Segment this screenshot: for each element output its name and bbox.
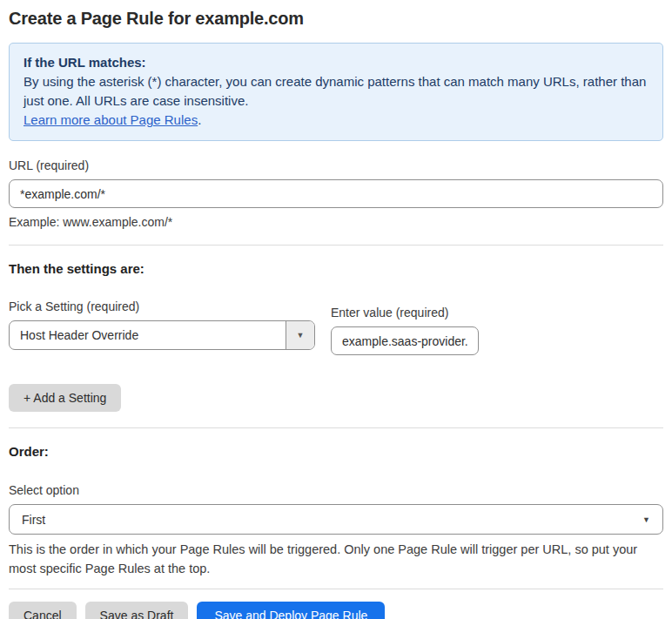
link-period: . [198, 112, 201, 127]
enter-value-label: Enter value (required) [331, 306, 479, 320]
save-and-deploy-button[interactable]: Save and Deploy Page Rule [197, 602, 385, 619]
divider [9, 245, 663, 246]
pick-setting-column: Pick a Setting (required) Host Header Ov… [9, 299, 315, 350]
url-field-label: URL (required) [9, 158, 663, 172]
add-setting-button[interactable]: + Add a Setting [9, 384, 121, 412]
chevron-down-icon: ▼ [642, 515, 650, 524]
order-selected-value: First [22, 513, 45, 527]
divider [9, 589, 663, 589]
info-box-body: By using the asterisk (*) character, you… [24, 72, 648, 111]
select-option-label: Select option [9, 483, 663, 497]
info-box-heading: If the URL matches: [24, 53, 648, 72]
pick-setting-selected-value: Host Header Override [10, 321, 286, 349]
url-example-hint: Example: www.example.com/* [9, 215, 663, 229]
url-input[interactable] [9, 179, 663, 208]
cancel-button[interactable]: Cancel [9, 602, 77, 619]
order-description: This is the order in which your Page Rul… [9, 540, 663, 578]
setting-value-input[interactable] [331, 326, 479, 355]
settings-row: Pick a Setting (required) Host Header Ov… [9, 299, 663, 355]
order-section-heading: Order: [9, 444, 663, 459]
pick-setting-select[interactable]: Host Header Override ▼ [9, 320, 315, 350]
learn-more-link[interactable]: Learn more about Page Rules [24, 112, 198, 127]
url-matches-info-box: If the URL matches: By using the asteris… [9, 43, 663, 141]
create-page-rule-form: Create a Page Rule for example.com If th… [0, 0, 672, 619]
order-select[interactable]: First ▼ [9, 504, 663, 535]
footer-actions: Cancel Save as Draft Save and Deploy Pag… [9, 602, 663, 619]
divider [9, 427, 663, 428]
chevron-down-icon[interactable]: ▼ [286, 321, 314, 349]
info-box-link-line: Learn more about Page Rules. [24, 111, 648, 130]
settings-section-heading: Then the settings are: [9, 261, 663, 276]
page-title: Create a Page Rule for example.com [9, 9, 663, 29]
enter-value-column: Enter value (required) [331, 299, 479, 355]
pick-setting-label: Pick a Setting (required) [9, 299, 315, 313]
save-as-draft-button[interactable]: Save as Draft [85, 602, 189, 619]
